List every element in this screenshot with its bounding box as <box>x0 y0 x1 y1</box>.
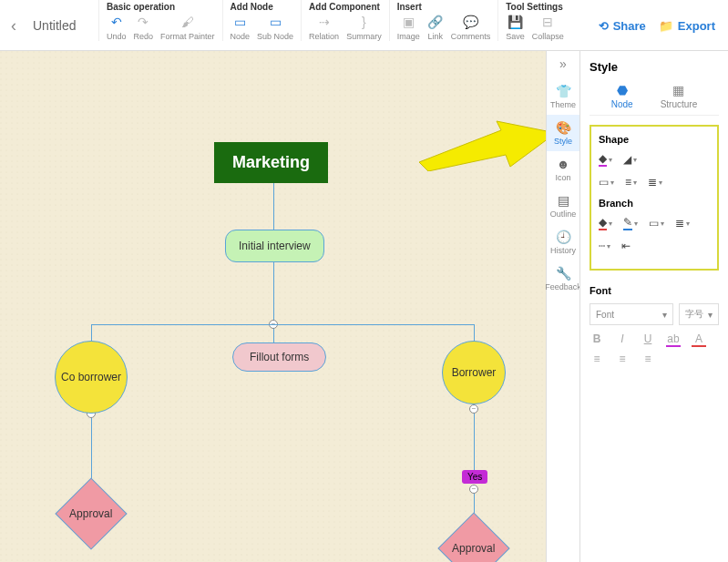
export-icon: 📁 <box>659 19 673 33</box>
shape-line-weight-button[interactable]: ≣▾ <box>648 176 662 189</box>
node-co-borrower[interactable]: Co borrower <box>55 341 128 414</box>
toolbar-group-label: Add Node <box>231 2 294 12</box>
structure-icon: ▦ <box>672 83 684 97</box>
node-button[interactable]: ▭Node <box>231 14 251 41</box>
feedback-icon: 🔧 <box>556 266 571 281</box>
sub-node-button[interactable]: ▭Sub Node <box>257 14 293 41</box>
relation-button[interactable]: ⇢Relation <box>309 14 339 41</box>
redo-button[interactable]: ↷Redo <box>134 14 154 41</box>
link-button[interactable]: 🔗Link <box>427 14 444 41</box>
toolbar-group-label: Insert <box>397 2 491 12</box>
align-left-button[interactable]: ≡ <box>590 353 604 365</box>
connector <box>474 324 475 342</box>
relation-icon: ⇢ <box>316 14 333 30</box>
share-icon: ⟲ <box>599 19 609 33</box>
export-button[interactable]: 📁Export <box>659 19 715 33</box>
connector <box>91 411 92 488</box>
node-yes[interactable]: Yes <box>462 470 487 484</box>
sidebar-icon-button[interactable]: ☻Icon <box>547 151 580 188</box>
branch-dash-button[interactable]: ┄▾ <box>599 240 610 252</box>
shape-label: Shape <box>599 134 710 145</box>
toolbar-group-label: Add Component <box>309 2 382 12</box>
branch-stroke-button[interactable]: ✎▾ <box>623 216 638 230</box>
save-button[interactable]: 💾Save <box>506 14 525 41</box>
connector <box>91 324 92 342</box>
undo-button[interactable]: ↶Undo <box>107 14 127 41</box>
share-button[interactable]: ⟲Share <box>599 19 646 33</box>
summary-button[interactable]: }Summary <box>346 14 382 41</box>
panel-tabs: ⬣Node▦Structure <box>590 83 719 116</box>
shape-shadow-button[interactable]: ◢▾ <box>623 152 637 167</box>
shape-fill-button[interactable]: ◆▾ <box>599 152 612 167</box>
annotation-arrow <box>419 117 556 171</box>
node-icon: ⬣ <box>617 83 628 97</box>
collapse-button[interactable]: ⊟Collapse <box>532 14 564 41</box>
underline-button[interactable]: U <box>641 332 655 347</box>
branch-fill-button[interactable]: ◆▾ <box>599 216 612 230</box>
node-icon: ▭ <box>231 14 248 30</box>
summary-icon: } <box>355 14 372 30</box>
toolbar-group-label: Basic operation <box>107 2 215 12</box>
connector <box>91 324 474 325</box>
document-title[interactable]: Untitled <box>27 0 98 51</box>
node-borrower[interactable]: Borrower <box>442 341 506 404</box>
image-icon: ▣ <box>400 14 416 30</box>
style-panel: Style ⬣Node▦Structure Shape ◆▾ ◢▾ ▭▾ ≡▾ … <box>579 51 728 562</box>
font-color-button[interactable]: A <box>692 332 706 347</box>
collapse-handle[interactable]: − <box>469 485 478 494</box>
history-icon: 🕘 <box>556 230 571 244</box>
font-size-select[interactable]: 字号▾ <box>679 303 719 325</box>
top-toolbar: ‹ Untitled Basic operation↶Undo↷Redo🖌For… <box>0 0 728 51</box>
svg-marker-0 <box>419 121 556 171</box>
undo-icon: ↶ <box>108 14 125 30</box>
branch-border-button[interactable]: ▭▾ <box>649 216 664 230</box>
image-button[interactable]: ▣Image <box>397 14 420 41</box>
sidebar-history-button[interactable]: 🕘History <box>547 224 580 261</box>
shape-border-button[interactable]: ▭▾ <box>599 176 614 189</box>
comments-button[interactable]: 💬Comments <box>451 14 491 41</box>
format-painter-button[interactable]: 🖌Format Painter <box>160 14 215 41</box>
branch-label: Branch <box>599 198 710 209</box>
node-approval-1[interactable]: Approval <box>55 477 127 549</box>
node-fillout-forms[interactable]: Fillout forms <box>232 342 326 372</box>
bold-button[interactable]: B <box>590 332 604 347</box>
sidebar-feedback-button[interactable]: 🔧Feedback <box>547 261 580 297</box>
sidebar-style-button[interactable]: 🎨Style <box>547 115 580 151</box>
panel-title: Style <box>590 60 719 74</box>
theme-icon: 👕 <box>556 84 571 98</box>
font-label: Font <box>590 285 719 296</box>
node-initial-interview[interactable]: Initial interview <box>225 230 324 262</box>
italic-button[interactable]: I <box>615 332 630 347</box>
node-approval-2[interactable]: Approval <box>437 512 509 562</box>
collapse-handle[interactable]: − <box>469 404 478 414</box>
node-root[interactable]: Marketing <box>214 142 328 183</box>
redo-icon: ↷ <box>135 14 151 30</box>
toolbar-group-label: Tool Settings <box>506 2 564 12</box>
outline-icon: ▤ <box>558 193 569 208</box>
link-icon: 🔗 <box>427 14 444 30</box>
comments-icon: 💬 <box>462 14 478 30</box>
collapse-icon: ⊟ <box>539 14 556 30</box>
panel-collapse-button[interactable]: » <box>559 56 567 78</box>
sidebar-theme-button[interactable]: 👕Theme <box>547 78 580 115</box>
sidebar-outline-button[interactable]: ▤Outline <box>547 188 580 224</box>
highlight-button[interactable]: ab <box>666 332 681 347</box>
branch-weight-button[interactable]: ≣▾ <box>675 216 690 230</box>
align-right-button[interactable]: ≡ <box>641 353 655 365</box>
sub-node-icon: ▭ <box>267 14 283 30</box>
branch-arrow-button[interactable]: ⇤ <box>621 240 631 252</box>
back-button[interactable]: ‹ <box>0 0 27 51</box>
connector <box>273 179 274 230</box>
shape-line-style-button[interactable]: ≡▾ <box>625 176 637 189</box>
connector <box>273 262 274 342</box>
right-toolbar: » 👕Theme🎨Style☻Icon▤Outline🕘History🔧Feed… <box>546 51 579 562</box>
align-center-button[interactable]: ≡ <box>615 353 630 365</box>
highlighted-section: Shape ◆▾ ◢▾ ▭▾ ≡▾ ≣▾ Branch ◆▾ ✎▾ ▭▾ ≣▾ … <box>590 125 719 271</box>
icon-icon: ☻ <box>557 157 570 171</box>
tab-node[interactable]: ⬣Node <box>611 83 633 109</box>
canvas[interactable]: − − − − Marketing Initial interview Fill… <box>0 51 546 562</box>
font-family-select[interactable]: Font▾ <box>590 303 673 325</box>
connector <box>474 406 475 470</box>
tab-structure[interactable]: ▦Structure <box>661 83 698 109</box>
format-painter-icon: 🖌 <box>179 14 196 30</box>
